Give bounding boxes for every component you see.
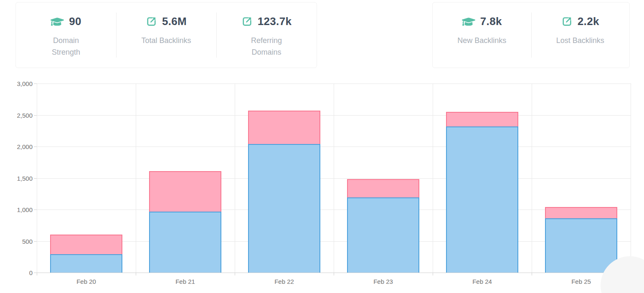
x-axis-line xyxy=(37,273,631,273)
bar-segment-blue-feb-20[interactable] xyxy=(50,254,122,273)
y-axis-tick-label: 2,500 xyxy=(3,112,33,119)
y-axis-tick-label: 1,000 xyxy=(3,206,33,213)
y-axis-tick-label: 500 xyxy=(3,238,33,245)
x-axis-label: Feb 24 xyxy=(433,278,532,285)
x-axis-tick xyxy=(334,273,334,275)
bar-segment-blue-feb-24[interactable] xyxy=(446,126,518,273)
y-axis-tick-label: 0 xyxy=(3,269,33,276)
y-axis-tick xyxy=(34,241,37,242)
x-axis-label: Feb 23 xyxy=(334,278,433,285)
gridline-vertical xyxy=(235,83,235,273)
y-axis-tick-label: 2,000 xyxy=(3,143,33,150)
x-axis-tick xyxy=(37,273,37,275)
y-axis-tick xyxy=(34,273,37,273)
y-axis-tick xyxy=(34,210,37,210)
x-axis-label: Feb 22 xyxy=(235,278,334,285)
gridline-vertical xyxy=(433,83,433,273)
y-axis-tick xyxy=(34,178,37,179)
y-axis-tick-label: 3,000 xyxy=(3,80,33,87)
x-axis-tick xyxy=(136,273,136,275)
bar-segment-pink-feb-20[interactable] xyxy=(50,235,122,254)
gridline-vertical xyxy=(136,83,136,273)
gridline-vertical xyxy=(532,83,532,273)
x-axis-tick xyxy=(433,273,433,275)
y-axis-tick-label: 1,500 xyxy=(3,175,33,182)
gridline-vertical xyxy=(631,83,631,273)
x-axis-label: Feb 21 xyxy=(136,278,235,285)
gridline-vertical xyxy=(37,83,37,273)
x-axis-label: Feb 20 xyxy=(37,278,136,285)
bar-segment-pink-feb-24[interactable] xyxy=(446,112,518,126)
y-axis-tick xyxy=(34,146,37,147)
gridline-vertical xyxy=(334,83,334,273)
bar-segment-blue-feb-22[interactable] xyxy=(248,144,320,273)
bar-segment-pink-feb-22[interactable] xyxy=(248,111,320,144)
x-axis-tick xyxy=(235,273,235,275)
bar-segment-blue-feb-23[interactable] xyxy=(347,197,419,273)
y-axis-tick xyxy=(34,115,37,116)
bar-segment-pink-feb-21[interactable] xyxy=(149,171,221,212)
bar-segment-pink-feb-23[interactable] xyxy=(347,179,419,197)
backlinks-bar-chart: 05001,0001,5002,0002,5003,000Feb 20Feb 2… xyxy=(0,0,644,293)
x-axis-tick xyxy=(532,273,532,275)
bar-segment-blue-feb-21[interactable] xyxy=(149,212,221,273)
bar-segment-blue-feb-25[interactable] xyxy=(545,218,617,273)
bar-segment-pink-feb-25[interactable] xyxy=(545,207,617,218)
y-axis-tick xyxy=(34,83,37,84)
